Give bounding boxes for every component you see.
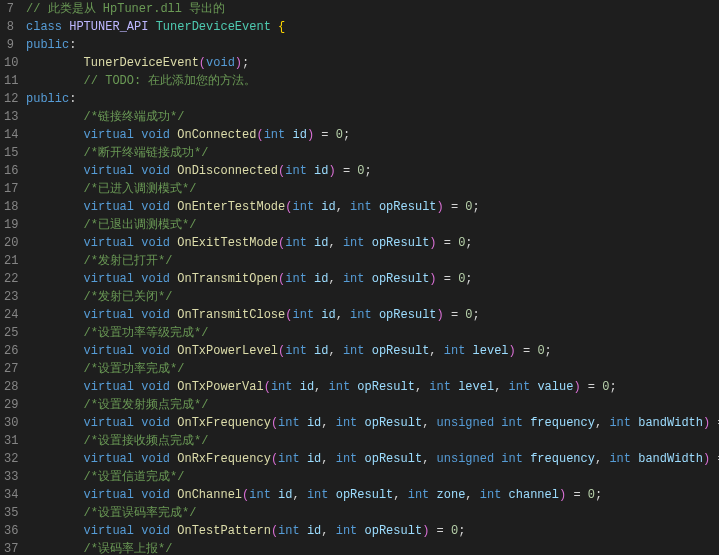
token-op: = <box>710 416 719 430</box>
code-line[interactable]: /*误码率上报*/ <box>26 540 719 555</box>
token-fn: OnTransmitClose <box>177 308 285 322</box>
code-line[interactable]: /*链接终端成功*/ <box>26 108 719 126</box>
token-op <box>300 452 307 466</box>
token-kw: virtual <box>84 272 134 286</box>
code-line[interactable]: /*已进入调测模式*/ <box>26 180 719 198</box>
line-number: 36 <box>4 522 14 540</box>
code-line[interactable]: /*设置功率等级完成*/ <box>26 324 719 342</box>
token-cmt: /*发射已关闭*/ <box>84 290 173 304</box>
token-brace2: ( <box>256 128 263 142</box>
token-kw: void <box>141 488 170 502</box>
token-fn: OnEnterTestMode <box>177 200 285 214</box>
token-kw: int <box>336 452 358 466</box>
line-number: 29 <box>4 396 14 414</box>
token-kw: int <box>350 308 372 322</box>
code-line[interactable]: public: <box>26 36 719 54</box>
token-param: id <box>314 272 328 286</box>
token-fn: OnTxPowerLevel <box>177 344 278 358</box>
token-kw: virtual <box>84 380 134 394</box>
token-brace2: ) <box>307 128 314 142</box>
code-line[interactable]: virtual void OnTxPowerVal(int id, int op… <box>26 378 719 396</box>
token-punct: , <box>329 236 343 250</box>
token-param: opResult <box>372 236 430 250</box>
token-kw: unsigned <box>437 452 495 466</box>
token-kw: virtual <box>84 344 134 358</box>
code-line[interactable]: /*发射已关闭*/ <box>26 288 719 306</box>
token-param: opResult <box>379 200 437 214</box>
token-kw: void <box>206 56 235 70</box>
token-op <box>307 164 314 178</box>
code-line[interactable]: virtual void OnExitTestMode(int id, int … <box>26 234 719 252</box>
token-kw: void <box>141 344 170 358</box>
token-kw: int <box>343 272 365 286</box>
token-op <box>300 416 307 430</box>
code-line[interactable]: virtual void OnEnterTestMode(int id, int… <box>26 198 719 216</box>
token-op <box>271 20 278 34</box>
line-number: 23 <box>4 288 14 306</box>
token-cmt: // 此类是从 HpTuner.dll 导出的 <box>26 2 225 16</box>
token-punct: , <box>329 344 343 358</box>
token-kw: public <box>26 92 69 106</box>
code-line[interactable]: /*已退出调测模式*/ <box>26 216 719 234</box>
token-kw: int <box>292 200 314 214</box>
token-punct: , <box>422 452 436 466</box>
token-punct: , <box>415 380 429 394</box>
code-line[interactable]: /*设置信道完成*/ <box>26 468 719 486</box>
code-line[interactable]: virtual void OnChannel(int id, int opRes… <box>26 486 719 504</box>
token-cmt: /*设置功率等级完成*/ <box>84 326 209 340</box>
token-kw: virtual <box>84 488 134 502</box>
token-cmt: /*链接终端成功*/ <box>84 110 185 124</box>
code-line[interactable]: virtual void OnDisconnected(int id) = 0; <box>26 162 719 180</box>
code-line[interactable]: /*设置接收频点完成*/ <box>26 432 719 450</box>
line-number: 10 <box>4 54 14 72</box>
code-line[interactable]: virtual void OnTxFrequency(int id, int o… <box>26 414 719 432</box>
token-param: opResult <box>365 452 423 466</box>
line-number: 33 <box>4 468 14 486</box>
code-editor[interactable]: 7891011121314151617181920212223242526272… <box>0 0 719 555</box>
token-kw: int <box>509 380 531 394</box>
token-param: bandWidth <box>638 452 703 466</box>
code-area[interactable]: // 此类是从 HpTuner.dll 导出的class HPTUNER_API… <box>22 0 719 555</box>
code-line[interactable]: /*设置误码率完成*/ <box>26 504 719 522</box>
code-line[interactable]: public: <box>26 90 719 108</box>
code-line[interactable]: virtual void OnRxFrequency(int id, int o… <box>26 450 719 468</box>
code-line[interactable]: // 此类是从 HpTuner.dll 导出的 <box>26 0 719 18</box>
code-line[interactable]: class HPTUNER_API TunerDeviceEvent { <box>26 18 719 36</box>
token-kw: int <box>609 416 631 430</box>
code-line[interactable]: /*发射已打开*/ <box>26 252 719 270</box>
token-op <box>365 344 372 358</box>
code-line[interactable]: /*设置发射频点完成*/ <box>26 396 719 414</box>
line-number: 12 <box>4 90 14 108</box>
token-op <box>501 488 508 502</box>
token-op <box>329 488 336 502</box>
token-brace: { <box>278 20 285 34</box>
code-line[interactable]: virtual void OnConnected(int id) = 0; <box>26 126 719 144</box>
token-param: id <box>307 416 321 430</box>
code-line[interactable]: virtual void OnTransmitOpen(int id, int … <box>26 270 719 288</box>
token-cmt: /*断开终端链接成功*/ <box>84 146 209 160</box>
token-param: opResult <box>336 488 394 502</box>
token-param: frequency <box>530 452 595 466</box>
token-kw: int <box>501 452 523 466</box>
code-line[interactable]: /*断开终端链接成功*/ <box>26 144 719 162</box>
token-kw: void <box>141 164 170 178</box>
code-line[interactable]: virtual void OnTransmitClose(int id, int… <box>26 306 719 324</box>
line-number: 32 <box>4 450 14 468</box>
token-punct: ; <box>343 128 350 142</box>
token-op: = <box>444 308 466 322</box>
code-line[interactable]: virtual void OnTxPowerLevel(int id, int … <box>26 342 719 360</box>
code-line[interactable]: TunerDeviceEvent(void); <box>26 54 719 72</box>
line-number: 19 <box>4 216 14 234</box>
token-punct: , <box>321 524 335 538</box>
code-line[interactable]: // TODO: 在此添加您的方法。 <box>26 72 719 90</box>
token-brace2: ( <box>199 56 206 70</box>
line-number: 13 <box>4 108 14 126</box>
line-number: 11 <box>4 72 14 90</box>
token-brace2: ) <box>437 200 444 214</box>
token-cmt: /*设置接收频点完成*/ <box>84 434 209 448</box>
token-op: = <box>437 236 459 250</box>
code-line[interactable]: virtual void OnTestPattern(int id, int o… <box>26 522 719 540</box>
token-op <box>148 20 155 34</box>
code-line[interactable]: /*设置功率完成*/ <box>26 360 719 378</box>
line-number: 30 <box>4 414 14 432</box>
